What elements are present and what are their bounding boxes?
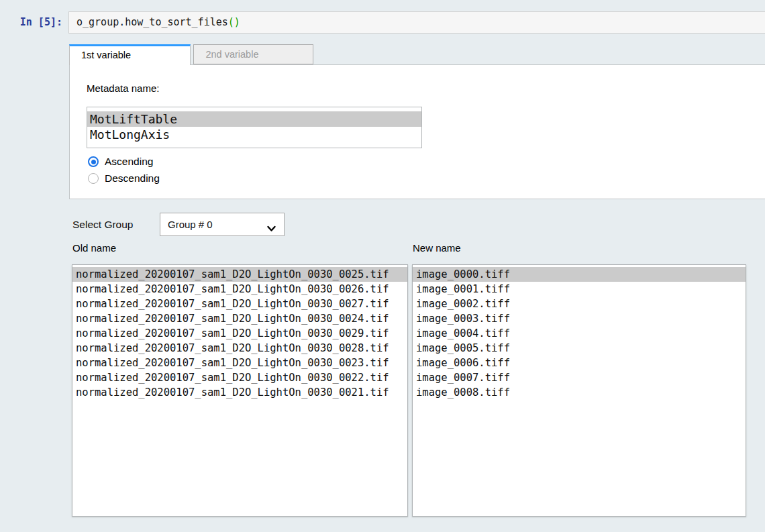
radio-row-ascending: Ascending bbox=[88, 154, 153, 170]
old-name-item[interactable]: normalized_20200107_sam1_D2O_LightOn_003… bbox=[72, 311, 407, 326]
new-name-item[interactable]: image_0005.tiff bbox=[413, 341, 746, 356]
old-name-item[interactable]: normalized_20200107_sam1_D2O_LightOn_003… bbox=[72, 282, 407, 297]
new-name-list[interactable]: image_0000.tiffimage_0001.tiffimage_0002… bbox=[412, 264, 746, 517]
metadata-option[interactable]: MotLiftTable bbox=[87, 111, 421, 127]
variable-tabbar: 1st variable 2nd variable bbox=[69, 44, 313, 65]
tab-2nd-variable[interactable]: 2nd variable bbox=[193, 44, 313, 64]
new-name-item[interactable]: image_0006.tiff bbox=[413, 356, 746, 370]
group-dropdown[interactable]: Group # 0 bbox=[160, 213, 285, 236]
metadata-name-label: Metadata name: bbox=[87, 83, 159, 94]
new-name-item[interactable]: image_0003.tiff bbox=[413, 311, 746, 326]
old-name-item[interactable]: normalized_20200107_sam1_D2O_LightOn_003… bbox=[72, 385, 407, 400]
old-name-item[interactable]: normalized_20200107_sam1_D2O_LightOn_003… bbox=[72, 370, 407, 385]
new-name-item[interactable]: image_0002.tiff bbox=[413, 297, 746, 311]
radio-ascending[interactable] bbox=[88, 156, 99, 167]
radio-row-descending: Descending bbox=[88, 170, 160, 187]
radio-descending-label: Descending bbox=[105, 172, 160, 184]
old-name-item[interactable]: normalized_20200107_sam1_D2O_LightOn_003… bbox=[72, 326, 407, 341]
sort-settings-panel: Metadata name: MotLiftTableMotLongAxis A… bbox=[69, 64, 765, 199]
cell-execution-prompt: In [5]: bbox=[0, 11, 62, 34]
code-text: o_group.how_to_sort_files bbox=[76, 16, 228, 28]
old-name-item[interactable]: normalized_20200107_sam1_D2O_LightOn_003… bbox=[72, 297, 407, 311]
radio-descending[interactable] bbox=[88, 173, 99, 184]
metadata-select[interactable]: MotLiftTableMotLongAxis bbox=[87, 107, 422, 148]
new-name-item[interactable]: image_0000.tiff bbox=[413, 267, 746, 282]
new-name-item[interactable]: image_0008.tiff bbox=[413, 385, 746, 400]
group-dropdown-value: Group # 0 bbox=[168, 219, 213, 230]
new-name-item[interactable]: image_0007.tiff bbox=[413, 370, 746, 385]
code-parens: () bbox=[228, 16, 240, 28]
new-name-header: New name bbox=[413, 242, 461, 254]
tab-1st-variable[interactable]: 1st variable bbox=[69, 44, 191, 65]
old-name-list[interactable]: normalized_20200107_sam1_D2O_LightOn_003… bbox=[72, 264, 408, 517]
old-name-item[interactable]: normalized_20200107_sam1_D2O_LightOn_003… bbox=[72, 341, 407, 356]
select-group-label: Select Group bbox=[72, 213, 133, 236]
code-input[interactable]: o_group.how_to_sort_files() bbox=[68, 11, 765, 34]
old-name-item[interactable]: normalized_20200107_sam1_D2O_LightOn_003… bbox=[72, 267, 407, 282]
old-name-header: Old name bbox=[72, 242, 116, 254]
new-name-item[interactable]: image_0004.tiff bbox=[413, 326, 746, 341]
radio-ascending-label: Ascending bbox=[105, 156, 153, 168]
chevron-down-icon bbox=[266, 219, 277, 242]
new-name-item[interactable]: image_0001.tiff bbox=[413, 282, 746, 297]
old-name-item[interactable]: normalized_20200107_sam1_D2O_LightOn_003… bbox=[72, 356, 407, 370]
metadata-option[interactable]: MotLongAxis bbox=[87, 127, 421, 142]
